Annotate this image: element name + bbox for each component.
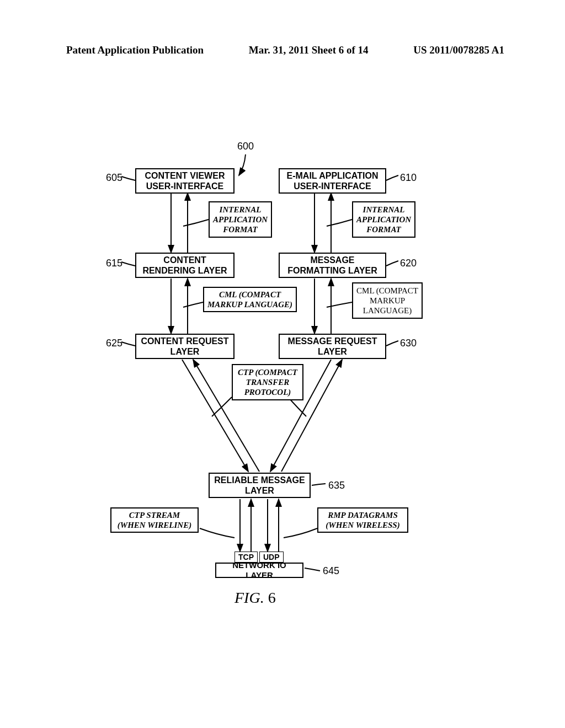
header-middle: Mar. 31, 2011 Sheet 6 of 14 xyxy=(249,44,369,56)
fig-prefix: FIG. xyxy=(234,589,264,606)
text: E-MAIL APPLICATION xyxy=(287,170,379,181)
ref-620: 620 xyxy=(400,258,417,269)
box-content-rendering: CONTENT RENDERING LAYER xyxy=(135,253,234,278)
box-rmp-datagrams: RMP DATAGRAMS (WHEN WIRELESS) xyxy=(317,507,408,533)
box-email-app-ui: E-MAIL APPLICATION USER-INTERFACE xyxy=(279,168,386,194)
header-left: Patent Application Publication xyxy=(66,44,204,56)
text: TRANSFER xyxy=(246,377,289,387)
text: FORMATTING LAYER xyxy=(287,265,377,276)
text: USER-INTERFACE xyxy=(146,181,223,191)
text: (WHEN WIRELESS) xyxy=(326,520,399,530)
text: CML (COMPACT xyxy=(356,286,418,296)
text: FORMAT xyxy=(223,224,258,234)
box-message-formatting: MESSAGE FORMATTING LAYER xyxy=(279,253,386,278)
page-header: Patent Application Publication Mar. 31, … xyxy=(0,44,565,56)
box-reliable-message: RELIABLE MESSAGE LAYER xyxy=(209,473,311,498)
text: APPLICATION xyxy=(356,215,411,224)
text: INTERNAL xyxy=(363,205,405,215)
box-internal-app-format-left: INTERNAL APPLICATION FORMAT xyxy=(209,201,272,238)
ref-635: 635 xyxy=(328,480,345,491)
box-cml-right: CML (COMPACT MARKUP LANGUAGE) xyxy=(352,282,423,319)
text: PROTOCOL) xyxy=(244,387,291,397)
text: FORMAT xyxy=(366,224,401,234)
ref-615: 615 xyxy=(106,258,122,269)
ref-600: 600 xyxy=(237,141,254,152)
box-content-request: CONTENT REQUEST LAYER xyxy=(135,334,234,359)
text: MARKUP xyxy=(370,296,405,306)
header-right: US 2011/0078285 A1 xyxy=(413,44,504,56)
text: MARKUP LANGUAGE) xyxy=(207,299,292,309)
text: CONTENT REQUEST xyxy=(141,336,228,346)
text: CONTENT VIEWER xyxy=(145,170,225,181)
text: APPLICATION xyxy=(213,215,268,224)
text: INTERNAL xyxy=(220,205,262,215)
ref-610: 610 xyxy=(400,172,417,184)
text: LANGUAGE) xyxy=(363,306,412,315)
box-message-request: MESSAGE REQUEST LAYER xyxy=(279,334,386,359)
text: CTP (COMPACT xyxy=(238,367,297,377)
text: LAYER xyxy=(245,485,274,496)
text: USER-INTERFACE xyxy=(294,181,371,191)
fig-number: 6 xyxy=(268,589,276,606)
ref-630: 630 xyxy=(400,338,417,349)
diagram-container: 600 CONTENT VIEWER USER-INTERFACE 605 E-… xyxy=(0,110,565,634)
text: CML (COMPACT xyxy=(219,290,281,299)
figure-label: FIG. 6 xyxy=(234,589,276,607)
text: RMP DATAGRAMS xyxy=(328,510,398,520)
ref-605: 605 xyxy=(106,172,122,184)
text: MESSAGE REQUEST xyxy=(288,336,377,346)
text: RELIABLE MESSAGE xyxy=(214,475,305,485)
text: CONTENT xyxy=(163,255,206,265)
text: LAYER xyxy=(170,346,200,357)
text: CTP STREAM xyxy=(129,510,180,520)
ref-625: 625 xyxy=(106,338,122,349)
text: NETWORK IO LAYER xyxy=(219,560,300,580)
box-internal-app-format-right: INTERNAL APPLICATION FORMAT xyxy=(352,201,415,238)
text: MESSAGE xyxy=(310,255,354,265)
box-content-viewer-ui: CONTENT VIEWER USER-INTERFACE xyxy=(135,168,234,194)
ref-645: 645 xyxy=(323,565,339,577)
text: (WHEN WIRELINE) xyxy=(118,520,191,530)
box-ctp-stream: CTP STREAM (WHEN WIRELINE) xyxy=(110,507,199,533)
box-ctp: CTP (COMPACT TRANSFER PROTOCOL) xyxy=(232,364,303,400)
box-network-io: NETWORK IO LAYER xyxy=(215,563,303,578)
box-cml-left: CML (COMPACT MARKUP LANGUAGE) xyxy=(203,287,297,312)
text: RENDERING LAYER xyxy=(142,265,227,276)
text: LAYER xyxy=(318,346,347,357)
